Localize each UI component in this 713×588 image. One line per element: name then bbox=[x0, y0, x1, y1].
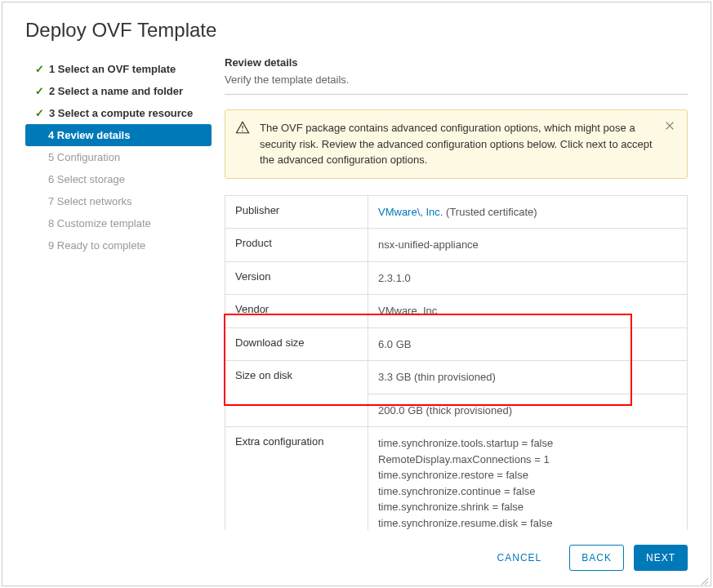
sidebar-item-ready-complete[interactable]: 9 Ready to complete bbox=[25, 234, 212, 256]
sidebar-item-review-details[interactable]: 4 Review details bbox=[25, 124, 212, 146]
row-version: Version 2.3.1.0 bbox=[225, 261, 688, 295]
main-panel: Review details Verify the template detai… bbox=[212, 56, 688, 530]
row-size-on-disk-1: Size on disk 3.3 GB (thin provisioned) bbox=[225, 361, 688, 394]
row-publisher: Publisher VMware\, Inc. (Trusted certifi… bbox=[225, 195, 688, 229]
details-table: Publisher VMware\, Inc. (Trusted certifi… bbox=[225, 195, 688, 531]
dialog-title: Deploy OVF Template bbox=[2, 2, 711, 56]
sidebar-item-compute-resource[interactable]: 3 Select a compute resource bbox=[25, 102, 212, 124]
sidebar-item-name-folder[interactable]: 2 Select a name and folder bbox=[25, 80, 212, 102]
next-button[interactable]: NEXT bbox=[634, 545, 688, 571]
label-size-on-disk: Size on disk bbox=[225, 361, 368, 427]
publisher-link[interactable]: VMware\, Inc. bbox=[378, 206, 443, 218]
label-vendor: Vendor bbox=[225, 295, 368, 328]
resize-handle-icon[interactable] bbox=[698, 573, 708, 583]
label-download-size: Download size bbox=[225, 327, 368, 361]
divider bbox=[225, 94, 688, 95]
value-version: 2.3.1.0 bbox=[368, 261, 688, 295]
panel-subtitle: Verify the template details. bbox=[225, 74, 688, 86]
sidebar-item-select-networks[interactable]: 7 Select networks bbox=[25, 190, 212, 212]
label-version: Version bbox=[225, 261, 368, 295]
cancel-button[interactable]: CANCEL bbox=[486, 546, 554, 570]
value-download-size: 6.0 GB bbox=[368, 327, 688, 361]
details-table-wrap: Publisher VMware\, Inc. (Trusted certifi… bbox=[225, 195, 688, 531]
sidebar-item-configuration[interactable]: 5 Configuration bbox=[25, 146, 212, 168]
value-size-on-disk-thin: 3.3 GB (thin provisioned) bbox=[368, 361, 688, 394]
content-area: 1 Select an OVF template 2 Select a name… bbox=[2, 56, 711, 530]
svg-line-5 bbox=[705, 581, 708, 585]
label-publisher: Publisher bbox=[225, 195, 368, 229]
dialog-footer: CANCEL BACK NEXT bbox=[2, 530, 711, 586]
value-size-on-disk-thick: 200.0 GB (thick provisioned) bbox=[368, 394, 688, 427]
label-product: Product bbox=[225, 229, 368, 262]
back-button[interactable]: BACK bbox=[569, 545, 624, 571]
warning-text: The OVF package contains advanced config… bbox=[260, 122, 653, 166]
warning-icon bbox=[235, 120, 250, 135]
wizard-sidebar: 1 Select an OVF template 2 Select a name… bbox=[25, 56, 212, 530]
warning-box: The OVF package contains advanced config… bbox=[225, 109, 688, 179]
svg-point-1 bbox=[242, 130, 243, 131]
value-product: nsx-unified-appliance bbox=[368, 229, 688, 262]
label-extra-config: Extra configuration bbox=[225, 427, 368, 531]
deploy-ovf-dialog: Deploy OVF Template 1 Select an OVF temp… bbox=[2, 2, 711, 586]
sidebar-item-customize-template[interactable]: 8 Customize template bbox=[25, 212, 212, 234]
value-publisher: VMware\, Inc. (Trusted certificate) bbox=[368, 195, 688, 229]
close-icon[interactable] bbox=[664, 120, 677, 133]
row-vendor: Vendor VMware, Inc bbox=[225, 295, 688, 328]
panel-title: Review details bbox=[225, 56, 688, 69]
row-extra-config: Extra configuration time.synchronize.too… bbox=[225, 427, 688, 531]
svg-line-4 bbox=[702, 578, 708, 585]
sidebar-item-select-storage[interactable]: 6 Select storage bbox=[25, 168, 212, 190]
value-vendor: VMware, Inc bbox=[368, 295, 688, 328]
row-download-size: Download size 6.0 GB bbox=[225, 327, 688, 361]
value-extra-config: time.synchronize.tools.startup = false R… bbox=[368, 427, 688, 531]
sidebar-item-select-ovf[interactable]: 1 Select an OVF template bbox=[25, 58, 212, 80]
row-product: Product nsx-unified-appliance bbox=[225, 229, 688, 262]
